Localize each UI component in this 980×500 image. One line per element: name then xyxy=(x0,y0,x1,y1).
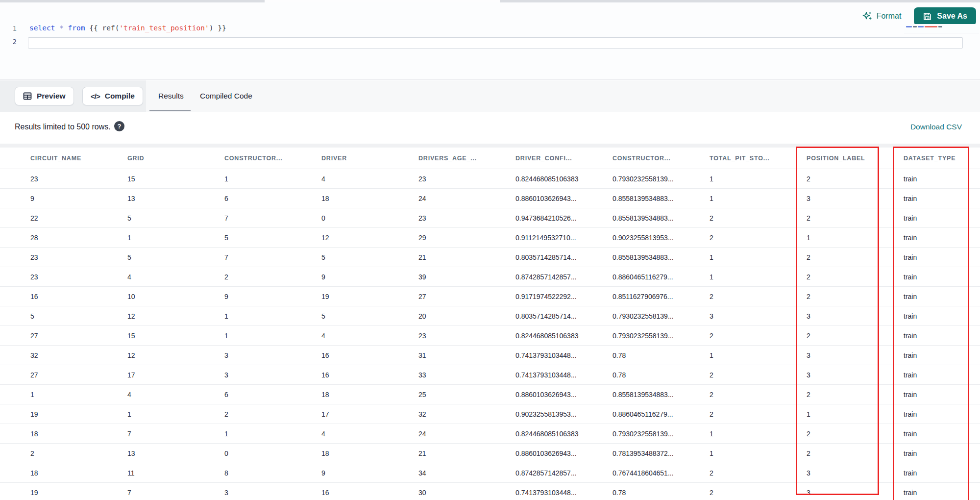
help-icon[interactable]: ? xyxy=(114,121,124,131)
table-cell: 1 xyxy=(219,312,316,320)
active-line-highlight[interactable] xyxy=(28,37,963,49)
table-cell: 0.7413793103448... xyxy=(510,371,607,379)
compile-button[interactable]: </> Compile xyxy=(82,87,143,105)
table-cell: 2 xyxy=(704,293,801,300)
table-cell: 30 xyxy=(413,489,510,497)
table-cell: 9 xyxy=(219,293,316,300)
column-header: CIRCUIT_NAME xyxy=(24,155,122,162)
table-row: 231514230.8244680851063830.7930232558139… xyxy=(0,169,980,189)
table-row: 23575210.8035714285714...0.8558139534883… xyxy=(0,248,980,267)
table-cell: 3 xyxy=(801,371,898,379)
table-cell: 0.8035714285714... xyxy=(510,253,607,261)
table-cell: 2 xyxy=(24,450,122,457)
table-cell: 28 xyxy=(24,234,122,242)
table-cell: 0.8558139534883... xyxy=(607,391,704,399)
table-cell: 5 xyxy=(122,253,219,261)
preview-label: Preview xyxy=(37,92,66,100)
table-cell: 25 xyxy=(413,391,510,399)
table-cell: 19 xyxy=(316,293,413,300)
table-cell: 2 xyxy=(801,214,898,222)
table-cell: 1 xyxy=(122,410,219,418)
table-cell: 0.9112149532710... xyxy=(510,234,607,242)
table-cell: 39 xyxy=(413,273,510,281)
table-cell: 1 xyxy=(704,351,801,359)
table-cell: 20 xyxy=(413,312,510,320)
table-cell: 4 xyxy=(316,175,413,183)
table-cell: 0.78 xyxy=(607,489,704,497)
table-cell: 5 xyxy=(316,312,413,320)
table-cell: 3 xyxy=(801,351,898,359)
column-header: DATASET_TYPE xyxy=(898,155,980,162)
table-cell: 19 xyxy=(24,410,122,418)
table-top-band xyxy=(0,144,980,148)
results-table: CIRCUIT_NAMEGRIDCONSTRUCTOR...DRIVERDRIV… xyxy=(0,148,980,500)
table-cell: 0.8035714285714... xyxy=(510,312,607,320)
table-cell: 3 xyxy=(704,312,801,320)
table-cell: 3 xyxy=(801,469,898,477)
column-header: DRIVERS_AGE_... xyxy=(413,155,510,162)
save-as-button[interactable]: Save As xyxy=(914,7,976,25)
table-cell: train xyxy=(898,273,980,281)
table-cell: 3 xyxy=(219,351,316,359)
table-cell: 23 xyxy=(24,175,122,183)
table-cell: 33 xyxy=(413,371,510,379)
table-cell: 23 xyxy=(413,332,510,340)
table-cell: 4 xyxy=(122,273,219,281)
table-cell: 21 xyxy=(413,450,510,457)
table-cell: 24 xyxy=(413,195,510,202)
table-cell: train xyxy=(898,332,980,340)
table-cell: train xyxy=(898,214,980,222)
tab-compiled-code[interactable]: Compiled Code xyxy=(200,80,252,112)
code-line-1[interactable]: select * from {{ ref('train_test_positio… xyxy=(29,24,226,32)
preview-button[interactable]: Preview xyxy=(15,87,74,105)
table-cell: 15 xyxy=(122,175,219,183)
table-icon xyxy=(23,92,32,100)
table-cell: 0.8558139534883... xyxy=(607,195,704,202)
table-cell: 4 xyxy=(122,391,219,399)
table-cell: 8 xyxy=(219,469,316,477)
table-cell: 18 xyxy=(24,469,122,477)
table-cell: 16 xyxy=(316,351,413,359)
download-csv-link[interactable]: Download CSV xyxy=(910,123,962,131)
table-row: 191217320.9023255813953...0.886046511627… xyxy=(0,404,980,424)
table-cell: 1 xyxy=(122,234,219,242)
sql-editor[interactable]: Format Save As 1 2 select * from {{ ref(… xyxy=(0,2,980,80)
table-cell: 34 xyxy=(413,469,510,477)
editor-minimap[interactable] xyxy=(904,24,979,33)
table-cell: train xyxy=(898,312,980,320)
table-cell: 4 xyxy=(316,430,413,438)
table-cell: 1 xyxy=(704,273,801,281)
table-cell: 1 xyxy=(801,410,898,418)
table-cell: train xyxy=(898,430,980,438)
table-cell: 2 xyxy=(801,293,898,300)
line-number-2: 2 xyxy=(0,38,17,46)
table-cell: 3 xyxy=(801,195,898,202)
table-cell: 0.7674418604651... xyxy=(607,469,704,477)
column-header: POSITION_LABEL xyxy=(801,155,898,162)
table-cell: 10 xyxy=(122,293,219,300)
table-cell: 2 xyxy=(704,391,801,399)
results-toolbar: Preview </> Compile Results Compiled Cod… xyxy=(0,80,980,112)
table-cell: train xyxy=(898,371,980,379)
table-cell: 2 xyxy=(704,371,801,379)
row-limit-text: Results limited to 500 rows. xyxy=(15,123,111,131)
table-cell: 1 xyxy=(704,450,801,457)
table-cell: 2 xyxy=(704,489,801,497)
column-header: DRIVER_CONFI... xyxy=(510,155,607,162)
table-cell: 7 xyxy=(122,430,219,438)
table-cell: 0.8860103626943... xyxy=(510,450,607,457)
table-cell: 2 xyxy=(801,332,898,340)
table-cell: train xyxy=(898,469,980,477)
table-cell: 3 xyxy=(801,489,898,497)
table-cell: 29 xyxy=(413,234,510,242)
table-cell: train xyxy=(898,253,980,261)
tab-results[interactable]: Results xyxy=(158,80,184,112)
table-cell: 1 xyxy=(704,253,801,261)
table-row: 181189340.8742857142857...0.767441860465… xyxy=(0,463,980,483)
format-button[interactable]: Format xyxy=(862,11,902,21)
table-cell: train xyxy=(898,450,980,457)
table-cell: 0.78 xyxy=(607,351,704,359)
table-cell: 18 xyxy=(316,450,413,457)
column-header: TOTAL_PIT_STO... xyxy=(704,155,801,162)
table-cell: 1 xyxy=(219,332,316,340)
